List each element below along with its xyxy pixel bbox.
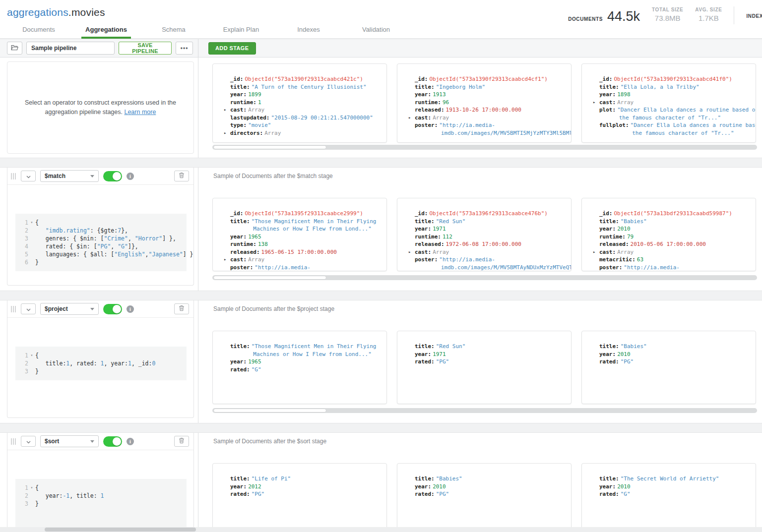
stage-enabled-toggle[interactable] (103, 436, 122, 447)
expand-caret-icon[interactable]: ▸ (224, 129, 226, 137)
tab-documents[interactable]: Documents (5, 24, 72, 38)
stage-code-editor[interactable]: 1▾{2 title:1, rated: 1, year:1, _id:03} (15, 347, 187, 380)
field-value: Array (248, 107, 264, 113)
field-value: 2010 (617, 226, 631, 232)
collection-tabs: DocumentsAggregationsSchemaExplain PlanI… (0, 24, 762, 39)
tab-indexes[interactable]: Indexes (275, 24, 342, 38)
preview-scrollbar (212, 275, 757, 280)
fold-caret-icon: ▾ (28, 352, 35, 359)
save-pipeline-button[interactable]: SAVE PIPELINE (119, 42, 172, 55)
document-field: rated:"PG" (599, 358, 750, 366)
code-token: 7 (118, 227, 121, 235)
index-stat-label: INDEX (746, 13, 762, 19)
delete-stage-button[interactable] (174, 171, 189, 181)
stage-operator-select[interactable]: $sort (40, 435, 99, 447)
field-key: released: (415, 107, 444, 113)
drag-handle[interactable] (10, 437, 16, 446)
stage-enabled-toggle[interactable] (103, 304, 122, 314)
document-field: rated:"PG" (230, 490, 381, 498)
document-field: runtime:138 (230, 240, 381, 248)
field-value-segment: Array (248, 256, 264, 263)
field-value-segment: 96 (443, 99, 449, 106)
info-icon[interactable]: i (127, 438, 134, 445)
collapse-stage-button[interactable] (21, 436, 36, 447)
open-saved-pipelines-button[interactable] (7, 42, 22, 55)
tab-schema[interactable]: Schema (140, 24, 207, 38)
field-key: year: (599, 226, 616, 232)
collapse-stage-button[interactable] (21, 303, 36, 314)
info-icon[interactable]: i (127, 173, 134, 180)
pipeline-row: $sorti1▾{2 year:-1, title: 13}Sample of … (0, 433, 762, 532)
tab-explain-plan[interactable]: Explain Plan (207, 24, 275, 38)
expand-caret-icon[interactable]: ▸ (408, 114, 411, 122)
info-icon[interactable]: i (127, 305, 134, 313)
field-value: "Life of Pi" (252, 475, 291, 482)
field-value-segment: "Dancer Ella Lola dances a routine based… (617, 107, 756, 113)
pipeline-more-options-button[interactable]: ••• (176, 42, 193, 55)
field-value: "Red Sun" (436, 343, 466, 350)
stage-operator-label: $project (45, 305, 68, 312)
stage-operator-select[interactable]: $project (40, 303, 99, 315)
preview-documents-row: title:"Life of Pi"year:2012rated:"PG"tit… (212, 463, 762, 532)
stage-code-editor[interactable]: 1▾{2 year:-1, title: 13} (15, 479, 187, 532)
field-key: cast: (599, 99, 616, 106)
field-value-segment: Array (433, 249, 449, 255)
preview-scrollbar-thumb[interactable] (213, 276, 326, 280)
expand-caret-icon[interactable]: ▸ (593, 248, 595, 256)
field-value-segment: 1898 (617, 91, 631, 98)
field-value: ObjectId("573a1395f29313caabce2999") (245, 210, 363, 217)
collapse-stage-button[interactable] (21, 171, 36, 181)
stage-code-editor[interactable]: 1▾{2 "imdb.rating": {$gte:7},3 genres: {… (15, 214, 187, 271)
field-value-segment: "Red Sun" (436, 343, 466, 350)
field-key: rated: (230, 491, 250, 497)
field-key: cast: (230, 256, 247, 263)
document-field: year:1913 (415, 91, 565, 99)
learn-more-link[interactable]: Learn more (124, 109, 156, 116)
field-key: cast: (230, 107, 247, 113)
field-value: 1972-06-08 17:00:00.000 (446, 241, 521, 247)
field-value-segment: 112 (443, 234, 452, 240)
field-value-segment: "http://ia.media- (439, 256, 495, 263)
field-key: title: (230, 84, 250, 90)
drag-handle[interactable] (10, 305, 16, 313)
field-value: "http://ia.media- (439, 256, 495, 263)
code-token (35, 227, 46, 235)
document-card: title:"Red Sun"year:1971rated:"PG" (397, 331, 572, 404)
code-token: 0 (152, 359, 155, 367)
tab-aggregations[interactable]: Aggregations (72, 24, 140, 38)
code-token: , (128, 235, 135, 242)
code-token: { (35, 219, 39, 227)
expand-caret-icon[interactable]: ▸ (224, 106, 226, 114)
field-value: 1913 (433, 91, 446, 98)
field-value-segment: 1913 (433, 91, 446, 98)
stats-divider (734, 6, 734, 24)
document-field-continuation: imdb.com/images/M/MV5BMTI5MjYzMTY3Ml5BMl… (415, 129, 565, 137)
pipeline-name-input[interactable] (26, 42, 115, 55)
preview-scrollbar (212, 408, 757, 413)
document-field: rated:"G" (230, 366, 381, 374)
code-token: }, (121, 227, 128, 235)
stage-operator-select[interactable]: $match (40, 170, 99, 182)
field-key: rated: (599, 491, 619, 497)
tab-validation[interactable]: Validation (342, 24, 410, 38)
stage-enabled-toggle[interactable] (103, 171, 122, 181)
delete-stage-button[interactable] (174, 303, 189, 314)
add-stage-button[interactable]: ADD STAGE (208, 42, 256, 55)
preview-scrollbar-thumb[interactable] (213, 409, 326, 413)
expand-caret-icon[interactable]: ▸ (408, 248, 411, 256)
fold-gutter (28, 250, 35, 258)
delete-stage-button[interactable] (174, 436, 189, 447)
field-key: rated: (415, 358, 435, 365)
expand-caret-icon[interactable]: ▸ (593, 99, 595, 107)
avg-size-stat-label: AVG. SIZE (695, 7, 722, 12)
field-key: year: (415, 91, 431, 98)
drag-handle[interactable] (10, 172, 16, 180)
horizontal-scrollbar-thumb[interactable] (45, 528, 196, 532)
preview-scrollbar-thumb[interactable] (213, 145, 326, 149)
field-value: 1965-06-15 17:00:00.000 (261, 249, 337, 255)
document-field: runtime:112 (415, 233, 565, 241)
expand-caret-icon[interactable]: ▸ (224, 256, 226, 264)
field-value: 2010 (617, 351, 631, 357)
documents-stat-label: DOCUMENTS (568, 16, 603, 22)
field-value-segment: ObjectId("573a1395f29313caabce2999") (245, 210, 363, 217)
